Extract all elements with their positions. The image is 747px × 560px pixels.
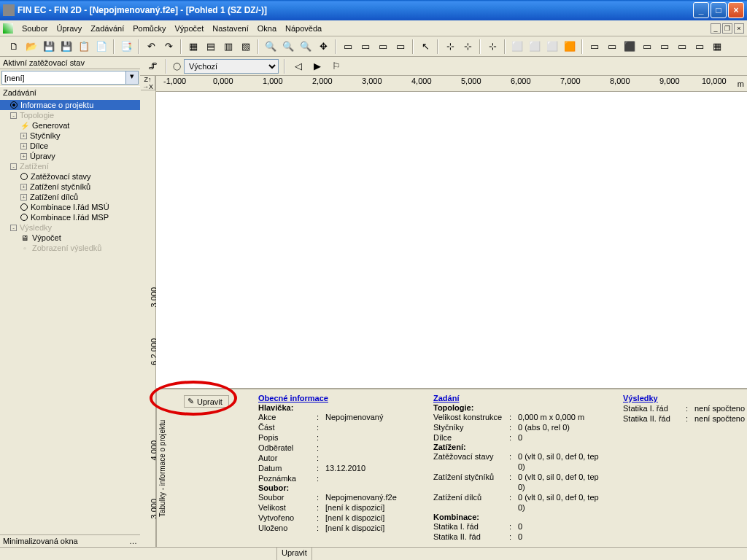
snap2-button[interactable]: ⊹ (460, 39, 476, 55)
save-button[interactable]: 💾 (41, 39, 57, 55)
plus-icon: + (20, 143, 27, 149)
info-row: Vytvořeno:[není k dispozici] (258, 513, 411, 523)
upravit-button[interactable]: ✎Upravit (184, 395, 229, 408)
drawing-canvas[interactable] (156, 92, 747, 388)
e3-button[interactable]: ⬜ (544, 39, 560, 55)
tree-komb-msu[interactable]: Kombinace I.řád MSÚ (0, 202, 140, 212)
cursor-button[interactable]: ↖ (417, 39, 433, 55)
copy2-button[interactable]: 📑 (118, 39, 134, 55)
redo-button[interactable]: ↷ (160, 39, 177, 55)
link-obecne[interactable]: Obecné informace (258, 394, 411, 402)
close-button[interactable]: × (728, 2, 744, 18)
sel2-button[interactable]: ▭ (357, 39, 374, 55)
e1-button[interactable]: ⬜ (509, 39, 525, 55)
grid2-button[interactable]: ▤ (203, 39, 219, 55)
mdi-minimize-button[interactable]: _ (711, 23, 721, 34)
menu-bar: Soubor Úpravy Zadávání Pomůcky Výpočet N… (0, 20, 747, 36)
copy-button[interactable]: 📋 (76, 39, 92, 55)
grid4-button[interactable]: ▧ (238, 39, 254, 55)
w4-button[interactable]: ▭ (639, 39, 655, 55)
tree-cat-zatizeni[interactable]: -Zatížení (0, 161, 140, 171)
e2-button[interactable]: ⬜ (527, 39, 543, 55)
undo-button[interactable]: ↶ (143, 39, 159, 55)
prev-button[interactable]: ◁ (290, 58, 306, 74)
radio-icon (10, 101, 18, 109)
menu-vypocet[interactable]: Výpočet (170, 23, 208, 34)
menu-pomucky[interactable]: Pomůcky (128, 23, 170, 34)
tree-vypocet[interactable]: 🖥Výpočet (0, 233, 140, 243)
tree-stycniky[interactable]: +Styčníky (0, 131, 140, 141)
plus-icon: + (20, 184, 27, 190)
zoomin-button[interactable]: 🔍 (263, 39, 279, 55)
view-combo[interactable]: Výchozí (184, 59, 279, 74)
w7-button[interactable]: ▭ (692, 39, 708, 55)
title-bar: FIN EC - FIN 2D - [Nepojmenovaný.f2e] - … (0, 0, 747, 20)
open-button[interactable]: 📂 (23, 39, 39, 55)
tree-zdil[interactable]: +Zatížení dílců (0, 192, 140, 202)
mdi-close-button[interactable]: × (734, 23, 744, 34)
snap1-button[interactable]: ⊹ (442, 39, 458, 55)
menu-upravy[interactable]: Úpravy (52, 23, 86, 34)
w6-button[interactable]: ▭ (674, 39, 690, 55)
res-icon: ▫ (20, 244, 29, 252)
minimize-button[interactable]: _ (693, 2, 709, 18)
menu-okna[interactable]: Okna (253, 23, 281, 34)
node-button[interactable]: ⊹ (484, 39, 500, 55)
loadcase-label: Aktivní zatěžovací stav (0, 57, 140, 69)
minimized-windows-bar[interactable]: Minimalizovaná okna (0, 534, 140, 547)
pan-button[interactable]: ✥ (315, 39, 331, 55)
menu-zadavani[interactable]: Zadávání (86, 23, 128, 34)
grid3-button[interactable]: ▥ (220, 39, 236, 55)
loadcase-combo[interactable] (1, 71, 126, 85)
new-button[interactable]: 🗋 (6, 39, 22, 55)
lock-button[interactable]: 🖇 (144, 58, 160, 74)
sel1-button[interactable]: ▭ (340, 39, 356, 55)
menu-soubor[interactable]: Soubor (18, 23, 52, 34)
flag-button[interactable]: ⚐ (328, 58, 344, 74)
loadcase-dropdown-icon[interactable]: ▾ (126, 71, 139, 85)
bottom-tab-label[interactable]: Tabulky - informace o projektu (156, 389, 171, 547)
grid-button[interactable]: ▦ (185, 39, 201, 55)
tree-project-info[interactable]: Informace o projektu (0, 100, 140, 110)
w8-button[interactable]: ▦ (709, 39, 725, 55)
tree-zs[interactable]: Zatěžovací stavy (0, 171, 140, 182)
paste-button[interactable]: 📄 (93, 39, 109, 55)
plus-icon: + (20, 153, 27, 160)
tree-generovat[interactable]: ⚡Generovat (0, 120, 140, 131)
zoomout-button[interactable]: 🔍 (280, 39, 296, 55)
info-row: Zatížení styčníků:0 (vlt 0, sil 0, def 0… (433, 472, 601, 492)
zoomfit-button[interactable]: 🔍 (298, 39, 314, 55)
status-bar: Upravit (0, 547, 747, 560)
sel4-button[interactable]: ▭ (392, 39, 409, 55)
bottom-panel: Tabulky - informace o projektu ✎Upravit … (156, 388, 747, 547)
w2-button[interactable]: ▭ (604, 39, 620, 55)
menu-napoveda[interactable]: Nápověda (281, 23, 326, 34)
info-row: Dílce:0 (433, 432, 601, 443)
tree-cat-topologie[interactable]: -Topologie (0, 110, 140, 120)
maximize-button[interactable]: □ (711, 2, 727, 18)
menu-nastaveni[interactable]: Nastavení (208, 23, 253, 34)
info-row: Zatížení dílců:0 (vlt 0, sil 0, def 0, t… (433, 492, 601, 513)
mdi-restore-button[interactable]: ❐ (722, 23, 732, 34)
ruler-corner: Z↑→X (141, 76, 155, 90)
next-button[interactable]: ▶ (309, 58, 325, 74)
tree-cat-vysledky[interactable]: -Výsledky (0, 222, 140, 233)
info-row: Odběratel: (258, 443, 411, 453)
info-row: Velikost konstrukce:0,000 m x 0,000 m (433, 412, 601, 422)
info-row: Poznámka: (258, 473, 411, 483)
w1-button[interactable]: ▭ (587, 39, 603, 55)
w3-button[interactable]: ⬛ (622, 39, 638, 55)
tree-komb-msp[interactable]: Kombinace I.řád MSP (0, 212, 140, 222)
tree-zstyc[interactable]: +Zatížení styčníků (0, 182, 140, 192)
main-toolbar: 🗋 📂 💾 💾 📋 📄 📑 ↶ ↷ ▦ ▤ ▥ ▧ 🔍 🔍 🔍 ✥ ▭ ▭ ▭ … (0, 36, 747, 57)
tree-upravy[interactable]: +Úpravy (0, 151, 140, 161)
radio-icon (20, 173, 28, 180)
sel3-button[interactable]: ▭ (375, 39, 391, 55)
link-vysledky[interactable]: Výsledky (623, 394, 747, 402)
saveas-button[interactable]: 💾 (58, 39, 74, 55)
w5-button[interactable]: ▭ (657, 39, 673, 55)
info-row: Uloženo:[není k dispozici] (258, 523, 411, 533)
tree-dilce[interactable]: +Dílce (0, 141, 140, 151)
e4-button[interactable]: 🟧 (562, 39, 578, 55)
link-zadani[interactable]: Zadání (433, 394, 601, 402)
